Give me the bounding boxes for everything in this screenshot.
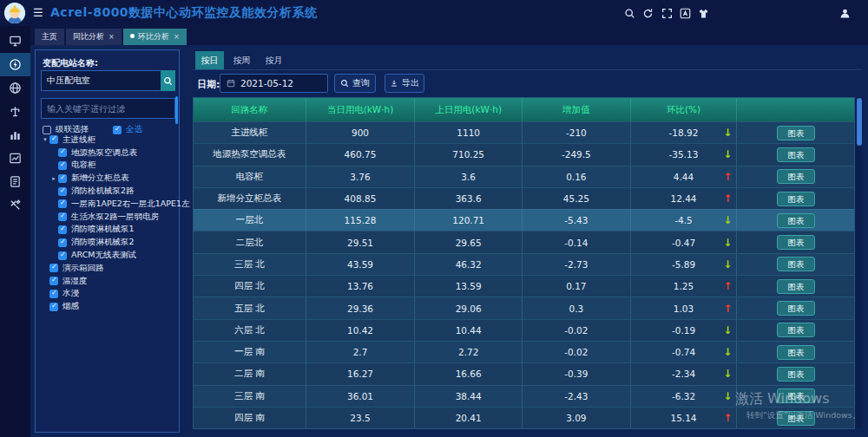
theme-icon[interactable] xyxy=(698,8,709,19)
table-row[interactable]: 三层 南 36.01 38.44 -2.43 -6.32↓ 图表 xyxy=(194,385,854,407)
tree-item[interactable]: 消防栓机械泵2路 xyxy=(36,185,174,198)
tree-item[interactable]: 生活水泵2路一层弱电房 xyxy=(36,211,174,224)
tree-item[interactable]: 消防喷淋机械泵2 xyxy=(36,236,174,249)
user-icon[interactable] xyxy=(839,8,851,19)
tree-item[interactable]: 一层南1APE2右一层北1APE1左 xyxy=(36,198,174,211)
tree-checkbox[interactable] xyxy=(58,251,67,260)
query-button[interactable]: 查询 xyxy=(334,74,376,93)
tree-expand-icon[interactable]: ▸ xyxy=(49,175,58,182)
sidebar-item-power-distribution[interactable] xyxy=(0,100,30,123)
panel-scrollbar[interactable] xyxy=(175,96,178,124)
tab-by-day[interactable]: 按日 xyxy=(195,51,224,69)
avatar[interactable] xyxy=(4,3,25,23)
tree-checkbox[interactable] xyxy=(58,148,67,157)
tree-checkbox[interactable] xyxy=(49,277,58,285)
tree-checkbox[interactable] xyxy=(58,212,67,221)
tree-item[interactable]: 电容柜 xyxy=(36,160,174,173)
tree-checkbox[interactable] xyxy=(58,187,67,196)
chart-button[interactable]: 图表 xyxy=(777,411,815,426)
tree-checkbox[interactable] xyxy=(49,303,58,311)
menu-toggle-icon[interactable]: ☰ xyxy=(33,6,43,19)
tree-item[interactable]: 演示箱回路 xyxy=(36,262,174,275)
tree-item[interactable]: 温湿度 xyxy=(36,275,174,288)
chart-button[interactable]: 图表 xyxy=(777,213,815,228)
cell-circuit-name: 电容柜 xyxy=(194,166,306,187)
tree-item[interactable]: ▾主进线柜 xyxy=(36,134,174,147)
select-all-checkbox[interactable] xyxy=(113,126,122,134)
cell-yesterday-usage: 10.44 xyxy=(415,320,523,341)
tab-tongbi[interactable]: 同比分析× xyxy=(66,29,122,45)
sidebar-item-report[interactable] xyxy=(0,170,30,193)
table-row[interactable]: 电容柜 3.76 3.6 0.16 4.44↑ 图表 xyxy=(194,166,854,187)
sidebar-item-energy-analysis[interactable] xyxy=(0,53,30,76)
tree-checkbox[interactable] xyxy=(49,264,58,272)
sidebar-item-bar-chart[interactable] xyxy=(0,123,30,147)
chart-button[interactable]: 图表 xyxy=(777,345,815,360)
tab-home[interactable]: 主页 xyxy=(35,29,64,45)
chart-button[interactable]: 图表 xyxy=(777,192,815,206)
trend-arrow-icon: ↑ xyxy=(723,303,732,315)
refresh-icon[interactable] xyxy=(642,8,654,19)
tree-checkbox[interactable] xyxy=(58,161,67,170)
tree-item[interactable]: 烟感 xyxy=(36,300,174,313)
sidebar-item-monitor[interactable] xyxy=(0,29,30,53)
date-picker[interactable]: 2021-05-12 xyxy=(220,74,328,93)
chart-button[interactable]: 图表 xyxy=(777,301,815,316)
tree-filter-input[interactable] xyxy=(41,98,175,119)
search-icon[interactable] xyxy=(624,8,635,19)
tree-item[interactable]: 水浸 xyxy=(36,288,174,301)
tab-by-month[interactable]: 按月 xyxy=(260,51,288,69)
tree-item[interactable]: 消防喷淋机械泵1 xyxy=(36,224,174,237)
cell-ratio: 1.03↑ xyxy=(631,297,738,318)
cell-circuit-name: 地源热泵空调总表 xyxy=(194,144,306,165)
chart-button[interactable]: 图表 xyxy=(777,126,815,140)
tab-huanbi[interactable]: 环比分析× xyxy=(123,29,187,45)
close-icon[interactable]: × xyxy=(108,33,115,41)
tab-by-week[interactable]: 按周 xyxy=(227,51,256,69)
chart-button[interactable]: 图表 xyxy=(777,235,815,250)
table-row[interactable]: 地源热泵空调总表 460.75 710.25 -249.5 -35.13↓ 图表 xyxy=(194,143,854,165)
chart-button[interactable]: 图表 xyxy=(777,257,815,271)
chart-button[interactable]: 图表 xyxy=(777,147,815,162)
chart-button[interactable]: 图表 xyxy=(777,388,815,403)
table-row[interactable]: 四层 北 13.76 13.59 0.17 1.25↑ 图表 xyxy=(194,275,854,297)
tree-checkbox[interactable] xyxy=(49,290,58,298)
chart-button[interactable]: 图表 xyxy=(777,279,815,294)
translate-icon[interactable] xyxy=(680,8,691,19)
table-row[interactable]: 二层北 29.51 29.65 -0.14 -0.47↓ 图表 xyxy=(194,231,854,252)
tree-checkbox[interactable] xyxy=(58,199,67,208)
monitor-icon xyxy=(9,35,22,48)
table-row[interactable]: 新增分立柜总表 408.85 363.6 45.25 12.44↑ 图表 xyxy=(194,187,854,209)
table-row[interactable]: 三层 北 43.59 46.32 -2.73 -5.89↓ 图表 xyxy=(194,253,854,275)
table-row[interactable]: 主进线柜 900 1110 -210 -18.92↓ 图表 xyxy=(194,121,854,143)
chart-button[interactable]: 图表 xyxy=(777,367,815,382)
close-icon[interactable]: × xyxy=(174,33,180,41)
station-input[interactable] xyxy=(41,70,161,91)
tree-checkbox[interactable] xyxy=(58,174,67,183)
tree-checkbox[interactable] xyxy=(58,225,67,234)
fullscreen-icon[interactable] xyxy=(661,8,673,19)
table-row[interactable]: 四层 南 23.5 20.41 3.09 15.14↑ 图表 xyxy=(194,407,854,428)
tree-item[interactable]: ▸新增分立柜总表 xyxy=(36,172,174,185)
table-scrollbar[interactable] xyxy=(856,97,862,428)
tree-item[interactable]: ARCM无线表测试 xyxy=(36,249,174,262)
tree-checkbox[interactable] xyxy=(58,238,67,247)
sidebar-item-tools[interactable] xyxy=(0,193,30,217)
tree-item[interactable]: 地源热泵空调总表 xyxy=(36,147,174,160)
table-row[interactable]: 六层 北 10.42 10.44 -0.02 -0.19↓ 图表 xyxy=(194,319,854,341)
export-button[interactable]: 导出 xyxy=(385,74,424,93)
table-row[interactable]: 一层北 115.28 120.71 -5.43 -4.5↓ 图表 xyxy=(194,209,854,231)
sidebar-item-globe[interactable] xyxy=(0,76,30,100)
table-row[interactable]: 一层 南 2.7 2.72 -0.02 -0.74↓ 图表 xyxy=(194,341,854,362)
table-row[interactable]: 二层 南 16.27 16.66 -0.39 -2.34↓ 图表 xyxy=(194,362,854,384)
cell-ratio: -0.47↓ xyxy=(631,232,738,252)
sidebar-item-trend-chart[interactable] xyxy=(0,147,30,170)
tree-expand-icon[interactable]: ▾ xyxy=(41,136,49,143)
table-row[interactable]: 五层 北 29.36 29.06 0.3 1.03↑ 图表 xyxy=(194,297,854,318)
cascade-checkbox[interactable] xyxy=(43,126,51,134)
chart-button[interactable]: 图表 xyxy=(777,169,815,184)
chart-button[interactable]: 图表 xyxy=(777,323,815,337)
station-search-button[interactable] xyxy=(161,70,175,91)
scrollbar-thumb[interactable] xyxy=(857,98,862,146)
tree-checkbox[interactable] xyxy=(49,135,58,144)
